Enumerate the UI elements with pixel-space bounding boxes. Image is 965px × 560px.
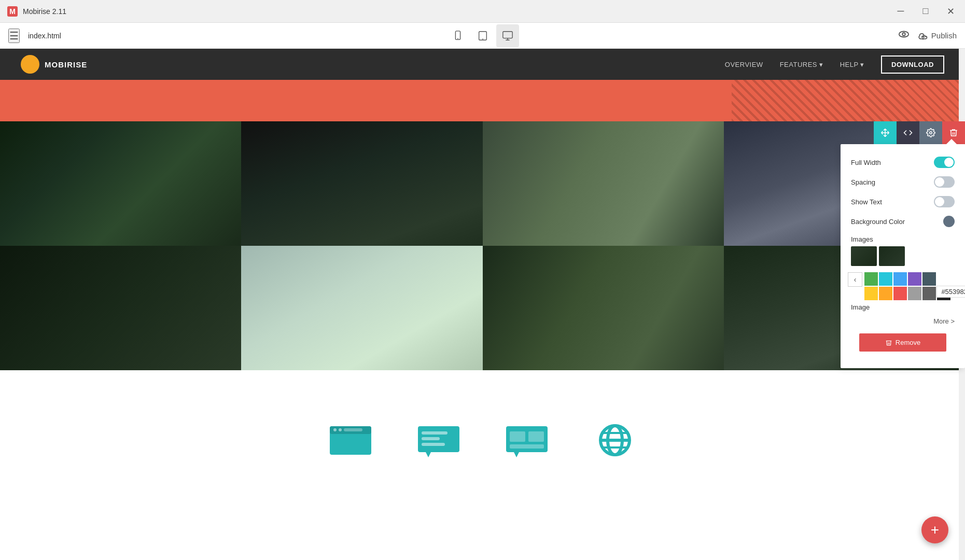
color-cell-slate[interactable] [922,272,936,286]
site-logo-text: MOBIRISE [45,60,87,69]
fab-icon: + [931,522,939,538]
nav-link-overview[interactable]: OVERVIEW [725,61,763,68]
show-text-row: Show Text [841,192,965,212]
trash-icon [949,128,958,137]
color-grid-wrap: #553982 [862,272,965,300]
feature-icon-chat [415,424,462,457]
bg-color-label: Background Color [851,218,905,226]
minimize-button[interactable]: ─ [892,3,909,20]
tablet-icon [477,30,488,41]
add-block-fab[interactable]: + [921,516,948,543]
more-link[interactable]: More > [841,315,965,329]
feature-icon-globe [592,424,638,457]
photo-bg-1 [0,121,241,246]
svg-rect-6 [502,31,512,38]
color-cell-blue[interactable] [893,272,907,286]
photo-bg-2 [241,121,482,246]
photo-bg-3 [483,121,724,246]
nav-download-button[interactable]: DOWNLOAD [881,55,944,74]
color-picker-row: ‹ [841,270,965,300]
sun-icon [24,59,36,70]
feature-icon-1 [327,424,374,457]
photo-gallery-block: Full Width Spacing Show Text Background … [0,121,965,370]
color-cell-yellow[interactable] [864,287,878,300]
toolbar: ☰ index.html [0,23,965,49]
svg-point-19 [930,132,932,134]
remove-section: Remove [841,333,965,368]
color-cell-red[interactable] [893,287,907,300]
eye-icon [898,29,910,40]
preview-button[interactable] [898,29,910,43]
site-logo-icon [21,55,39,74]
toolbar-right: Publish [898,29,957,43]
svg-rect-22 [333,428,337,431]
bg-color-row: Background Color [841,212,965,231]
close-button[interactable]: ✕ [942,3,959,20]
svg-line-15 [26,61,27,62]
color-cell-cyan[interactable] [879,272,892,286]
images-section: Images [841,231,965,268]
settings-panel: Full Width Spacing Show Text Background … [841,144,965,368]
tablet-device-button[interactable] [471,24,494,47]
mobile-device-button[interactable] [446,24,469,47]
color-cell-purple[interactable] [908,272,921,286]
color-prev-button[interactable]: ‹ [848,272,862,287]
photo-bg-5 [0,246,241,370]
image-thumb-2[interactable] [879,246,905,266]
trash-small-icon [885,339,892,346]
block-settings-button[interactable] [919,121,942,144]
publish-label: Publish [931,31,957,40]
svg-point-3 [457,38,458,39]
hamburger-menu-button[interactable]: ☰ [8,29,20,43]
spacing-row: Spacing [841,172,965,192]
hex-value-label: #553982 [936,286,965,298]
show-text-toggle[interactable] [934,196,955,207]
remove-button[interactable]: Remove [859,333,946,352]
app-logo-icon: M [6,5,19,18]
code-icon [903,128,913,137]
arrows-icon [880,128,890,137]
image-thumb-1[interactable] [851,246,877,266]
feature-icon-4 [592,424,638,457]
svg-line-16 [32,66,33,67]
svg-rect-26 [422,431,447,435]
publish-button[interactable]: Publish [918,31,957,41]
color-cell-green[interactable] [864,272,878,286]
color-cell-orange[interactable] [879,287,892,300]
site-logo: MOBIRISE [21,55,87,74]
color-cell-gray[interactable] [908,287,921,300]
color-cell-darkgray[interactable] [922,287,936,300]
feature-icon-dashboard [504,424,550,457]
svg-marker-29 [426,452,431,457]
site-navbar: MOBIRISE OVERVIEW FEATURES ▾ HELP ▾ DOWN… [0,49,965,80]
nav-link-help[interactable]: HELP ▾ [840,61,864,68]
show-text-label: Show Text [851,198,882,206]
maximize-button[interactable]: □ [917,3,934,20]
svg-line-18 [26,66,27,67]
orange-hero-section [0,80,965,121]
svg-rect-31 [510,431,525,442]
images-section-label: Images [851,235,955,243]
photo-cell-3 [483,121,724,246]
svg-rect-28 [422,443,445,446]
full-width-toggle[interactable] [934,157,955,168]
nav-link-features[interactable]: FEATURES ▾ [780,61,823,68]
desktop-device-button[interactable] [496,24,519,47]
spacing-toggle[interactable] [934,176,955,188]
bg-color-swatch[interactable] [943,216,955,227]
svg-point-10 [27,62,32,66]
title-bar: M Mobirise 2.11 ─ □ ✕ [0,0,965,23]
svg-point-5 [482,38,483,39]
photo-grid [0,121,965,370]
svg-marker-34 [514,452,519,457]
svg-text:M: M [9,7,16,16]
svg-rect-24 [344,428,362,431]
block-code-button[interactable] [897,121,919,144]
photo-cell-7 [483,246,724,370]
remove-label: Remove [896,339,920,346]
block-move-button[interactable] [874,121,897,144]
gear-icon [926,128,935,137]
feature-icon-2 [415,424,462,457]
svg-rect-27 [422,437,440,440]
color-cell-empty2 [952,272,965,286]
